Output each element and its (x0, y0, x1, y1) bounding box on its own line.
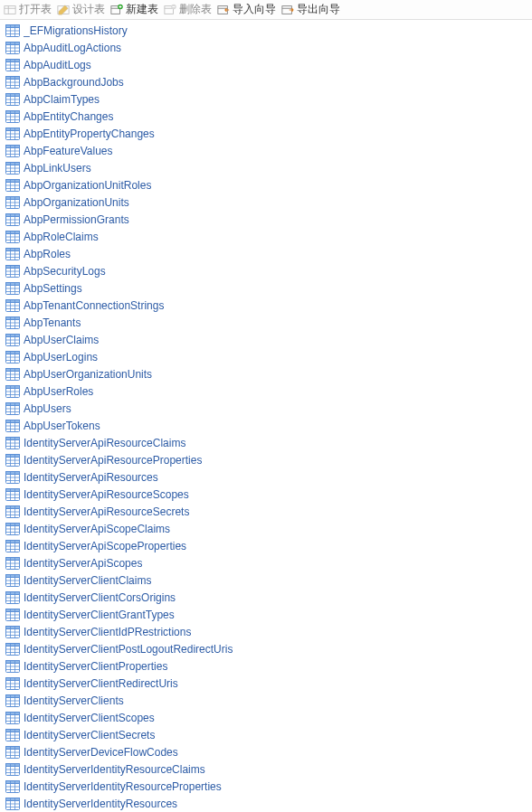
table-row[interactable]: AbpTenantConnectionStrings (0, 297, 532, 314)
table-row[interactable]: AbpUserRoles (0, 382, 532, 400)
table-row[interactable]: IdentityServerIdentityResources (0, 795, 532, 812)
table-name: IdentityServerIdentityResourceProperties (24, 780, 222, 793)
table-row[interactable]: IdentityServerClientSecrets (0, 726, 532, 743)
table-icon (5, 609, 20, 621)
table-row[interactable]: IdentityServerApiScopeClaims (0, 520, 532, 537)
table-icon (5, 334, 20, 346)
table-row[interactable]: AbpFeatureValues (0, 142, 532, 159)
table-icon (5, 351, 20, 364)
table-row[interactable]: AbpRoles (0, 245, 532, 262)
open-table-button[interactable]: 打开表 (4, 2, 52, 17)
table-name: AbpUserRoles (24, 385, 93, 398)
table-icon (5, 162, 20, 175)
table-name: AbpOrganizationUnitRoles (24, 179, 151, 192)
table-row[interactable]: AbpUserTokens (0, 417, 532, 434)
table-row[interactable]: AbpAuditLogs (0, 56, 532, 73)
table-row[interactable]: AbpUserClaims (0, 331, 532, 348)
table-row[interactable]: AbpUserOrganizationUnits (0, 365, 532, 382)
table-icon (5, 231, 20, 243)
table-icon (5, 127, 20, 140)
import-wizard-button[interactable]: 导入向导 (217, 2, 276, 17)
table-name: AbpFeatureValues (24, 145, 113, 157)
table-row[interactable]: AbpOrganizationUnitRoles (0, 176, 532, 194)
table-row[interactable]: IdentityServerIdentityResourceClaims (0, 760, 532, 778)
table-row[interactable]: AbpRoleClaims (0, 228, 532, 245)
table-icon (5, 763, 20, 776)
table-name: IdentityServerClientScopes (24, 712, 155, 724)
table-icon (5, 316, 20, 329)
table-row[interactable]: IdentityServerClientPostLogoutRedirectUr… (0, 640, 532, 657)
table-name: AbpSettings (24, 282, 82, 295)
table-row[interactable]: AbpOrganizationUnits (0, 194, 532, 211)
table-row[interactable]: AbpUsers (0, 400, 532, 417)
table-icon (5, 523, 20, 535)
table-name: AbpAuditLogs (24, 59, 91, 71)
table-row[interactable]: _EFMigrationsHistory (0, 22, 532, 39)
table-name: IdentityServerApiScopes (24, 557, 142, 570)
table-row[interactable]: IdentityServerClients (0, 692, 532, 709)
table-row[interactable]: IdentityServerClientScopes (0, 709, 532, 726)
table-icon (5, 110, 20, 123)
table-icon (5, 402, 20, 415)
table-icon (5, 643, 20, 656)
delete-table-button[interactable]: 删除表 (164, 2, 212, 17)
table-name: IdentityServerIdentityResourceClaims (24, 763, 205, 776)
import-wizard-label: 导入向导 (233, 2, 276, 17)
design-table-button[interactable]: 设计表 (57, 2, 105, 17)
table-row[interactable]: IdentityServerIdentityResourceProperties (0, 778, 532, 795)
table-icon (5, 780, 20, 793)
table-row[interactable]: AbpClaimTypes (0, 90, 532, 108)
table-icon (5, 76, 20, 89)
table-row[interactable]: IdentityServerApiResourceScopes (0, 486, 532, 503)
export-wizard-label: 导出向导 (297, 2, 340, 17)
table-name: AbpEntityPropertyChanges (24, 127, 155, 140)
table-row[interactable]: IdentityServerApiResourceProperties (0, 451, 532, 468)
table-icon (5, 746, 20, 759)
delete-table-icon (164, 4, 176, 16)
table-row[interactable]: AbpUserLogins (0, 348, 532, 365)
table-row[interactable]: AbpLinkUsers (0, 159, 532, 176)
table-name: _EFMigrationsHistory (24, 24, 128, 37)
table-name: IdentityServerIdentityResources (24, 798, 177, 810)
export-wizard-button[interactable]: 导出向导 (281, 2, 340, 17)
table-name: IdentityServerApiResources (24, 471, 158, 484)
table-open-icon (4, 4, 16, 16)
table-row[interactable]: IdentityServerApiScopes (0, 554, 532, 571)
table-row[interactable]: AbpSecurityLogs (0, 262, 532, 279)
table-icon (5, 557, 20, 570)
table-icon (5, 677, 20, 690)
table-icon (5, 626, 20, 638)
import-icon (217, 4, 230, 16)
table-row[interactable]: IdentityServerApiScopeProperties (0, 537, 532, 554)
table-row[interactable]: IdentityServerClientIdPRestrictions (0, 623, 532, 640)
table-row[interactable]: IdentityServerClientProperties (0, 657, 532, 675)
table-row[interactable]: IdentityServerClientRedirectUris (0, 675, 532, 692)
table-icon (5, 505, 20, 518)
table-row[interactable]: IdentityServerApiResources (0, 468, 532, 486)
table-row[interactable]: IdentityServerClientGrantTypes (0, 606, 532, 623)
table-row[interactable]: AbpBackgroundJobs (0, 73, 532, 90)
table-icon (5, 213, 20, 226)
table-row[interactable]: IdentityServerClientClaims (0, 571, 532, 589)
table-name: IdentityServerClientCorsOrigins (24, 591, 176, 604)
table-row[interactable]: AbpPermissionGrants (0, 211, 532, 228)
table-name: AbpUsers (24, 402, 71, 415)
table-row[interactable]: AbpAuditLogActions (0, 39, 532, 56)
table-icon (5, 93, 20, 106)
table-icon (5, 59, 20, 71)
table-list: _EFMigrationsHistoryAbpAuditLogActionsAb… (0, 20, 532, 812)
table-row[interactable]: AbpEntityChanges (0, 108, 532, 125)
table-row[interactable]: AbpTenants (0, 314, 532, 331)
table-row[interactable]: IdentityServerApiResourceClaims (0, 434, 532, 451)
table-icon (5, 712, 20, 724)
table-name: AbpUserTokens (24, 420, 100, 432)
table-row[interactable]: AbpEntityPropertyChanges (0, 125, 532, 142)
table-row[interactable]: IdentityServerApiResourceSecrets (0, 503, 532, 520)
table-name: AbpOrganizationUnits (24, 196, 129, 209)
new-table-button[interactable]: 新建表 (110, 2, 158, 17)
table-row[interactable]: IdentityServerClientCorsOrigins (0, 589, 532, 606)
table-name: IdentityServerClientProperties (24, 660, 167, 673)
table-row[interactable]: AbpSettings (0, 279, 532, 297)
table-name: AbpEntityChanges (24, 110, 113, 123)
table-row[interactable]: IdentityServerDeviceFlowCodes (0, 743, 532, 760)
